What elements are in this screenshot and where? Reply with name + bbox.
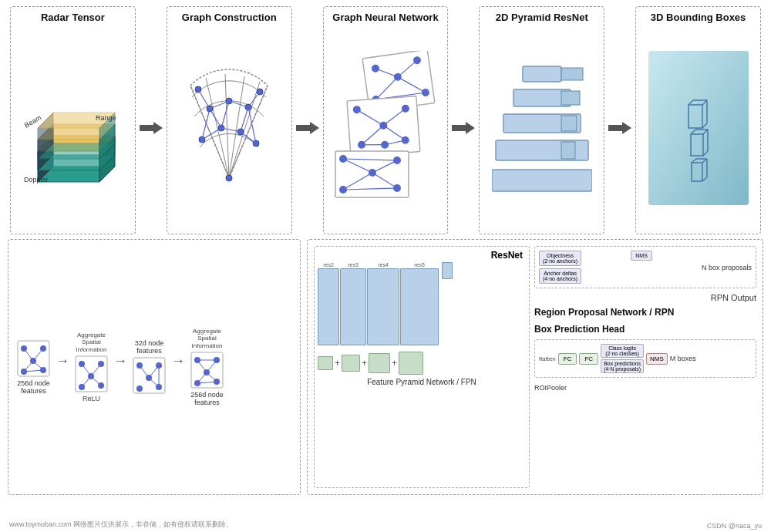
svg-line-16 — [190, 86, 229, 178]
roi-pooler-label: ROIPooler — [534, 384, 756, 392]
bbox3d-block: 3D Bounding Boxes — [635, 6, 761, 234]
svg-rect-90 — [561, 142, 575, 159]
svg-line-39 — [241, 107, 248, 132]
footer-left: www.toymoban.com 网络图片仅供展示，非存储，如有侵权请联系删除。 — [9, 520, 233, 530]
svg-line-32 — [221, 128, 241, 132]
graph-construction-svg — [183, 55, 275, 201]
aggregate-label-1: Aggregate Spatial Information — [76, 332, 106, 354]
bottom-right-block: ResNet res2 res3 — [307, 239, 763, 495]
res5-label: res5 — [414, 262, 425, 268]
graph-construction-title: Graph Construction — [182, 12, 277, 23]
aggregate-label-2: Aggregate Spatial Information — [191, 328, 222, 350]
bbox3d-container — [648, 51, 749, 205]
res4-label: res4 — [378, 262, 389, 268]
fc-box-2: FC — [579, 353, 598, 365]
graph-icon-4 — [190, 351, 224, 389]
svg-marker-15 — [140, 122, 163, 134]
svg-line-42 — [248, 92, 260, 107]
svg-rect-82 — [523, 66, 561, 82]
svg-line-36 — [202, 109, 210, 140]
objectness-box: Objectness(2·no anchors) — [539, 251, 581, 266]
top-row: Radar Tensor — [0, 0, 771, 239]
graph-icon-2 — [74, 355, 109, 393]
gnn-svg — [332, 51, 439, 205]
radar-tensor-svg: Beam Range Doppler — [22, 51, 123, 205]
svg-marker-44 — [296, 122, 319, 134]
graph-construction-visual — [170, 28, 288, 227]
fpn-title: Feature Pyramid Network / FPN — [318, 378, 526, 386]
svg-line-38 — [221, 101, 229, 128]
radar-tensor-title: Radar Tensor — [41, 12, 105, 23]
br-right: Objectness(2·no anchors) Anchor deltas(4… — [534, 246, 756, 488]
footer-right: CSDN @naca_yu — [707, 522, 762, 530]
gnn-title: Graph Neural Network — [332, 12, 438, 23]
anchor-deltas-box: Anchor deltas(4·no anchors) — [539, 268, 581, 284]
br-content: ResNet res2 res3 — [314, 246, 756, 488]
svg-rect-87 — [561, 68, 583, 80]
svg-rect-88 — [561, 91, 580, 105]
pyramid-resnet-title: 2D Pyramid ResNet — [496, 12, 588, 23]
pyramid-resnet-block: 2D Pyramid ResNet — [479, 6, 604, 234]
gnn-detail-diagram: 256d node features → Aggregate Spatial I… — [16, 247, 292, 487]
resnet-title: ResNet — [318, 250, 526, 261]
gnn-block: Graph Neural Network — [323, 6, 449, 234]
rpn-output-label: RPN Output — [534, 293, 756, 302]
nms-box-rpn: NMS — [631, 251, 652, 261]
svg-point-43 — [226, 175, 232, 181]
svg-text:Doppler: Doppler — [24, 176, 49, 184]
node-feature-label-2: 32d node features — [135, 339, 164, 355]
svg-line-21 — [229, 86, 268, 178]
bbox3d-scene-svg — [648, 51, 749, 205]
res3-label: res3 — [348, 262, 359, 268]
arrow-2 — [295, 119, 321, 137]
m-boxes-label: M boxes — [670, 355, 696, 362]
rpn-region-title: Region Proposal Network / RPN — [534, 307, 756, 318]
relu-label: ReLU — [82, 395, 100, 402]
bottom-row: 256d node features → Aggregate Spatial I… — [0, 239, 771, 501]
svg-marker-91 — [608, 122, 631, 134]
bbox3d-title: 3D Bounding Boxes — [651, 12, 746, 23]
class-logits-box: Class logits(2·no classes) — [601, 344, 644, 358]
svg-line-41 — [198, 89, 210, 109]
svg-point-136 — [136, 386, 143, 392]
radar-tensor-block: Radar Tensor — [10, 6, 136, 234]
svg-text:Range: Range — [96, 114, 116, 122]
box-pred-title: Box Prediction Head — [534, 324, 756, 335]
node-feature-label-3: 256d node features — [190, 391, 224, 406]
gnn-visual — [327, 28, 445, 227]
arrow-3 — [450, 119, 476, 137]
box-predictions-box: Box predictions(4·N proposals) — [601, 359, 644, 373]
pyramid-svg — [492, 51, 592, 205]
graph-icon-1 — [16, 339, 51, 378]
node-feature-label-1: 256d node features — [17, 379, 50, 395]
arrow-1 — [138, 119, 164, 137]
res2-label: res2 — [323, 262, 334, 268]
bottom-left-block: 256d node features → Aggregate Spatial I… — [8, 239, 301, 495]
svg-marker-81 — [452, 122, 475, 134]
graph-icon-3 — [132, 356, 167, 395]
arrow-4 — [607, 119, 633, 137]
svg-line-37 — [210, 109, 221, 128]
svg-rect-86 — [492, 170, 592, 191]
svg-rect-89 — [561, 116, 577, 131]
fc-box-1: FC — [558, 353, 577, 365]
flatten-label: flatten — [539, 355, 556, 362]
br-left: ResNet res2 res3 — [314, 246, 530, 488]
nms-box-pred: NMS — [646, 353, 668, 365]
radar-tensor-visual: Beam Range Doppler — [14, 28, 132, 227]
proposals-label: N box proposals — [702, 264, 752, 271]
graph-construction-block: Graph Construction — [167, 6, 292, 234]
main-container: Radar Tensor — [0, 0, 771, 532]
pyramid-resnet-visual — [483, 28, 601, 227]
bbox3d-visual — [639, 28, 757, 227]
svg-line-20 — [229, 82, 260, 178]
